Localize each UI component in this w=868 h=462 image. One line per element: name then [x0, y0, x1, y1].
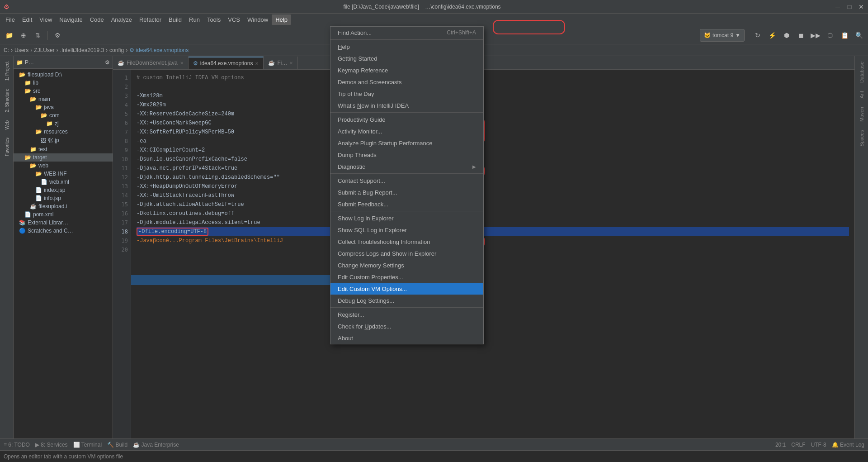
status-crlf[interactable]: CRLF [791, 442, 805, 448]
tomcat-selector[interactable]: 🐱 tomcat 9 ▼ [700, 29, 745, 42]
tree-webinf[interactable]: 📂 WEB-INF [14, 170, 113, 178]
toolbar-project-btn[interactable]: 📁 [3, 29, 15, 42]
tree-web[interactable]: 📂 web [14, 162, 113, 170]
tree-target[interactable]: 📂 target [14, 153, 113, 162]
toolbar-btn-3[interactable]: ⚡ [766, 29, 778, 42]
menu-entry-contact-support[interactable]: Contact Support... [330, 175, 483, 186]
menu-entry-getting-started[interactable]: Getting Started [330, 52, 483, 64]
menu-entry-whats-new[interactable]: What's New in IntelliJ IDEA [330, 100, 483, 111]
toolbar-search[interactable]: 🔍 [853, 29, 865, 42]
menu-entry-tip[interactable]: Tip of the Day [330, 88, 483, 100]
sidebar-database[interactable]: Database [858, 58, 865, 86]
menu-entry-submit-bug[interactable]: Submit a Bug Report... [330, 186, 483, 198]
menu-help[interactable]: Help [272, 14, 291, 25]
tree-zj[interactable]: 📁 zj [14, 119, 113, 128]
toolbar-btn-8[interactable]: 📋 [838, 29, 851, 42]
tree-filesupload[interactable]: 📂 filesupload D:\ [14, 71, 113, 79]
tree-src[interactable]: 📂 src [14, 87, 113, 95]
menu-build[interactable]: Build [165, 14, 185, 25]
menu-edit[interactable]: Edit [19, 14, 36, 25]
status-java-enterprise[interactable]: ☕ Java Enterprise [133, 442, 179, 448]
tab-vmoptions[interactable]: ⚙ idea64.exe.vmoptions ✕ [189, 57, 264, 69]
menu-entry-show-sql-log[interactable]: Show SQL Log in Explorer [330, 224, 483, 236]
status-terminal[interactable]: ⬜ Terminal [73, 442, 102, 448]
menu-window[interactable]: Window [244, 14, 272, 25]
tree-info[interactable]: 📄 info.jsp [14, 194, 113, 202]
tree-filesupload-i[interactable]: ☕ filesupload.i [14, 202, 113, 210]
close-button[interactable]: ✕ [858, 4, 864, 10]
menu-entry-keymap[interactable]: Keymap Reference [330, 64, 483, 76]
minimize-button[interactable]: ─ [835, 4, 841, 10]
sidebar-structure[interactable]: 2: Structure [1, 85, 13, 116]
menu-entry-help[interactable]: Help [330, 41, 483, 52]
menu-vcs[interactable]: VCS [224, 14, 244, 25]
code-content[interactable]: # custom IntelliJ IDEA VM options -Xms12… [131, 70, 854, 438]
menu-entry-about[interactable]: About [330, 332, 483, 344]
maximize-button[interactable]: □ [846, 4, 853, 10]
menu-entry-debug-log[interactable]: Debug Log Settings... [330, 295, 483, 306]
menu-entry-change-memory[interactable]: Change Memory Settings [330, 259, 483, 271]
sidebar-spaces[interactable]: Spaces [858, 126, 865, 150]
menu-run[interactable]: Run [185, 14, 203, 25]
tab-close-fi[interactable]: ✕ [289, 61, 293, 66]
menu-entry-check-updates[interactable]: Check for Updates... [330, 320, 483, 332]
project-gear[interactable]: ⚙ [105, 59, 110, 66]
menu-entry-collect-troubleshoot[interactable]: Collect Troubleshooting Information [330, 236, 483, 248]
menu-refactor[interactable]: Refactor [136, 14, 165, 25]
status-services[interactable]: ▶ 8: Services [35, 442, 68, 448]
menu-tools[interactable]: Tools [203, 14, 224, 25]
tree-scratches[interactable]: 🔵 Scratches and C… [14, 227, 113, 235]
status-position[interactable]: 20:1 [775, 442, 786, 448]
menu-entry-edit-custom-props[interactable]: Edit Custom Properties... [330, 271, 483, 283]
toolbar-btn-5[interactable]: ◼ [795, 29, 807, 42]
status-event-log[interactable]: 🔔 Event Log [832, 442, 864, 448]
tree-img[interactable]: 🖼 张.jp [14, 136, 113, 145]
menu-file[interactable]: File [2, 14, 19, 25]
menu-entry-show-log[interactable]: Show Log in Explorer [330, 212, 483, 224]
tree-com[interactable]: 📂 com [14, 111, 113, 119]
toolbar-btn-7[interactable]: ⬡ [824, 29, 836, 42]
menu-entry-productivity-guide[interactable]: Productivity Guide [330, 114, 483, 125]
status-encoding[interactable]: UTF-8 [811, 442, 826, 448]
tree-index[interactable]: 📄 index.jsp [14, 186, 113, 194]
sidebar-maven[interactable]: Maven [858, 103, 865, 125]
menu-entry-dump-threads[interactable]: Dump Threads [330, 149, 483, 161]
menu-entry-register[interactable]: Register... [330, 309, 483, 320]
tab-close-filedown[interactable]: ✕ [180, 61, 184, 66]
toolbar-btn-6[interactable]: ▶▶ [809, 29, 822, 42]
sidebar-favorites[interactable]: Favorites [1, 134, 13, 160]
tree-main[interactable]: 📂 main [14, 95, 113, 103]
sidebar-web[interactable]: Web [1, 117, 13, 133]
toolbar-btn-4[interactable]: ⬢ [780, 29, 793, 42]
menu-entry-diagnostic[interactable]: Diagnostic ▶ [330, 161, 483, 172]
sidebar-ant[interactable]: Ant [858, 87, 865, 102]
menu-entry-find-action[interactable]: Find Action... Ctrl+Shift+A [330, 27, 483, 38]
tab-filedownservlet[interactable]: ☕ FileDownServlet.java ✕ [113, 57, 189, 69]
tree-external[interactable]: 📚 External Librar… [14, 219, 113, 227]
toolbar-btn-2[interactable]: ⇅ [32, 29, 44, 42]
toolbar-refresh[interactable]: ↻ [751, 29, 764, 42]
menu-code[interactable]: Code [86, 14, 108, 25]
tree-lib[interactable]: 📁 lib [14, 79, 113, 87]
menu-entry-submit-feedback[interactable]: Submit Feedback... [330, 198, 483, 210]
menu-entry-analyze-plugin[interactable]: Analyze Plugin Startup Performance [330, 137, 483, 149]
tab-close-vmoptions[interactable]: ✕ [255, 61, 259, 66]
menu-entry-demos[interactable]: Demos and Screencasts [330, 76, 483, 88]
menu-analyze[interactable]: Analyze [108, 14, 136, 25]
tree-pom[interactable]: 📄 pom.xml [14, 210, 113, 219]
toolbar-btn-1[interactable]: ⊕ [17, 29, 30, 42]
menu-entry-edit-custom-vm[interactable]: Edit Custom VM Options... [330, 283, 483, 295]
tab-fi[interactable]: ☕ Fi… ✕ [264, 57, 298, 69]
tree-test[interactable]: 📁 test [14, 145, 113, 153]
menu-navigate[interactable]: Navigate [56, 14, 86, 25]
tree-webxml[interactable]: 📄 web.xml [14, 178, 113, 186]
status-todo[interactable]: ≡ 6: TODO [4, 442, 30, 448]
menu-entry-activity-monitor[interactable]: Activity Monitor... [330, 125, 483, 137]
menu-entry-compress-logs[interactable]: Compress Logs and Show in Explorer [330, 248, 483, 259]
toolbar-settings[interactable]: ⚙ [51, 29, 64, 42]
status-build[interactable]: 🔨 Build [107, 442, 127, 448]
tree-resources[interactable]: 📂 resources [14, 128, 113, 136]
sidebar-project[interactable]: 1: Project [1, 58, 13, 84]
tree-java[interactable]: 📂 java [14, 103, 113, 111]
menu-view[interactable]: View [36, 14, 56, 25]
